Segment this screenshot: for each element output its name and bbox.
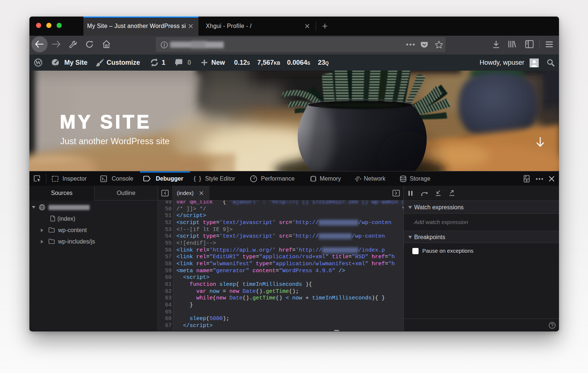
svg-text:W: W	[35, 59, 41, 65]
